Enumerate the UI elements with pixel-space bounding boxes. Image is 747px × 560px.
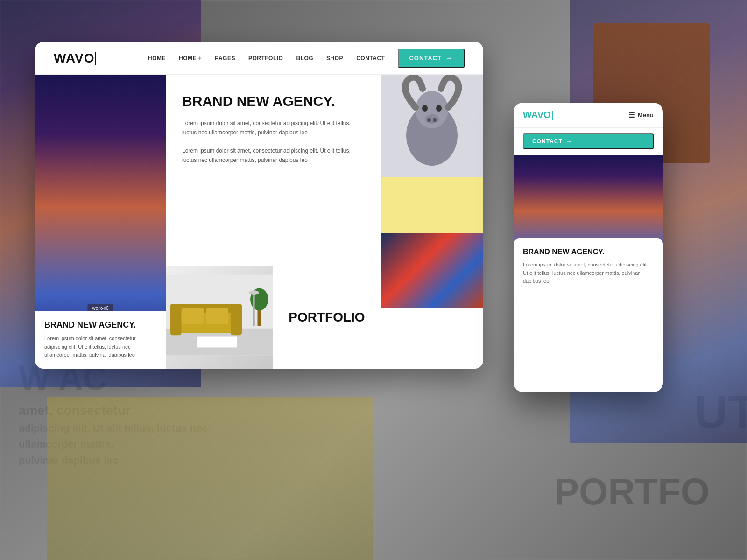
lower-left-text: Lorem ipsum dolor sit amet, consectetur … [44,335,156,359]
bg-portfolio-text: PORTFO [554,470,710,513]
ram-image [381,75,483,177]
mobile-hero-card: BRAND NEW AGENCY. Lorem ipsum dolor sit … [514,238,663,295]
portfolio-label-box: PORTFOLIO [273,266,381,369]
svg-rect-6 [182,308,204,324]
portfolio-label: PORTFOLIO [289,310,365,325]
sofa-image [166,266,273,369]
desktop-mockup: WAVO HOME HOME + PAGES PORTFOLIO BLOG SH… [35,42,483,369]
desktop-header: WAVO HOME HOME + PAGES PORTFOLIO BLOG SH… [35,42,483,75]
nav-pages[interactable]: PAGES [215,55,235,62]
mobile-mockup: WAVO ☰ Menu CONTACT → BRAND NEW AGENCY. … [514,103,663,392]
svg-point-16 [422,105,428,112]
logo-cursor [95,52,96,65]
ram-svg [381,75,483,177]
yellow-strip [381,177,483,233]
hero-title: BRAND NEW AGENCY. [182,93,364,109]
abstract-image [381,233,483,308]
center-bottom: PORTFOLIO [166,266,381,369]
hamburger-icon: ☰ [628,111,635,119]
mobile-header: WAVO ☰ Menu [514,103,663,128]
desktop-center-content: BRAND NEW AGENCY. Lorem ipsum dolor sit … [166,75,381,369]
nav-contact[interactable]: CONTACT [356,55,385,62]
mobile-logo-cursor [552,111,553,120]
mobile-card-text: Lorem ipsum dolor sit amet, consectetur … [523,261,654,286]
desktop-logo[interactable]: WAVO [54,51,96,66]
desktop-nav: HOME HOME + PAGES PORTFOLIO BLOG SHOP CO… [148,49,465,68]
desktop-hero-image: work-x6 BRAND NEW AGENCY. Lorem ipsum do… [35,75,166,369]
desktop-contact-button[interactable]: CONTACT → [398,49,465,68]
nav-home[interactable]: HOME [148,55,166,62]
lower-left-title: BRAND NEW AGENCY. [44,320,156,330]
mobile-hero-image: BRAND NEW AGENCY. Lorem ipsum dolor sit … [514,155,663,295]
contact-arrow-icon: → [445,54,453,63]
nav-shop[interactable]: SHOP [326,55,343,62]
sofa-svg [166,266,273,364]
mobile-contact-arrow-icon: → [566,138,572,145]
bg-sofa-area [47,397,374,560]
mobile-card-title: BRAND NEW AGENCY. [523,248,654,256]
desktop-body: work-x6 BRAND NEW AGENCY. Lorem ipsum do… [35,75,483,369]
hero-paragraph-2: Lorem ipsum dolor sit amet, consectetur … [182,146,364,165]
hero-paragraph-1: Lorem ipsum dolor sit amet, consectetur … [182,119,364,138]
lower-left-content: BRAND NEW AGENCY. Lorem ipsum dolor sit … [35,311,166,369]
svg-rect-7 [206,308,228,324]
svg-point-19 [427,118,431,122]
mobile-contact-button[interactable]: CONTACT → [523,133,654,149]
mobile-body: BRAND NEW AGENCY. Lorem ipsum dolor sit … [514,155,663,295]
nav-home-plus[interactable]: HOME + [179,55,202,62]
desktop-right-column [381,75,483,369]
mobile-menu-button[interactable]: ☰ Menu [628,111,654,119]
ram-shape [381,75,483,177]
svg-point-17 [436,105,442,112]
svg-rect-8 [197,336,237,348]
nav-blog[interactable]: BLOG [296,55,313,62]
sofa-content [166,266,273,369]
svg-rect-11 [253,293,255,326]
svg-point-18 [425,114,439,124]
nav-portfolio[interactable]: PORTFOLIO [248,55,283,62]
svg-point-20 [433,118,437,122]
mobile-logo[interactable]: WAVO [523,110,553,120]
svg-point-12 [248,290,259,295]
